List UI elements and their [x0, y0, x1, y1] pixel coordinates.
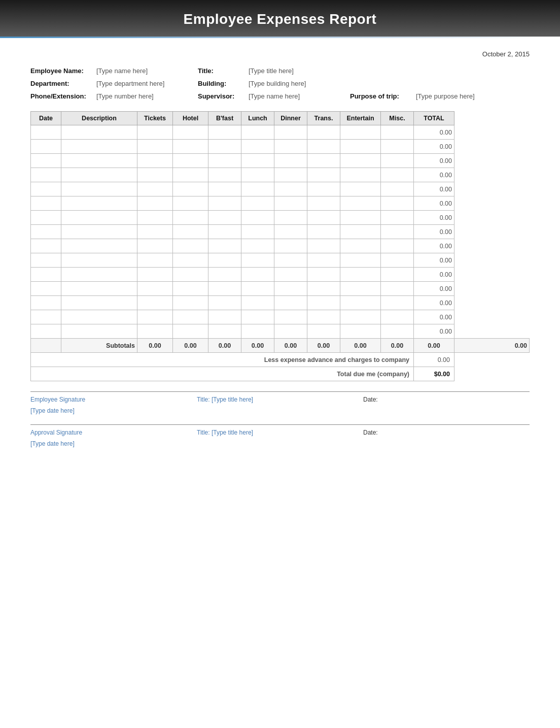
expense-cell[interactable]	[173, 239, 208, 253]
expense-cell[interactable]	[274, 168, 307, 182]
expense-cell[interactable]	[173, 125, 208, 140]
expense-cell[interactable]	[61, 182, 137, 196]
expense-cell[interactable]	[173, 154, 208, 168]
expense-cell[interactable]	[61, 168, 137, 182]
expense-cell[interactable]	[340, 296, 381, 310]
expense-cell[interactable]	[137, 168, 173, 182]
expense-cell[interactable]	[61, 211, 137, 225]
expense-cell[interactable]	[340, 211, 381, 225]
employee-name-value[interactable]: [Type name here]	[96, 67, 198, 75]
employee-sig-date-value[interactable]: [Type date here]	[30, 407, 197, 414]
table-row[interactable]: 0.00	[31, 324, 530, 339]
expense-cell[interactable]	[173, 310, 208, 324]
table-row[interactable]: 0.00	[31, 168, 530, 182]
expense-cell[interactable]	[307, 196, 340, 211]
expense-cell[interactable]	[307, 211, 340, 225]
table-row[interactable]: 0.00	[31, 125, 530, 140]
expense-cell[interactable]	[61, 310, 137, 324]
expense-cell[interactable]	[340, 324, 381, 339]
expense-cell[interactable]	[137, 225, 173, 239]
expense-cell[interactable]	[173, 168, 208, 182]
expense-cell[interactable]	[173, 211, 208, 225]
expense-cell[interactable]	[173, 282, 208, 296]
expense-cell[interactable]	[208, 182, 241, 196]
expense-cell[interactable]	[173, 253, 208, 268]
table-row[interactable]: 0.00	[31, 196, 530, 211]
expense-cell[interactable]	[208, 253, 241, 268]
expense-cell[interactable]	[208, 296, 241, 310]
expense-cell[interactable]	[241, 324, 274, 339]
expense-cell[interactable]	[137, 154, 173, 168]
expense-cell[interactable]	[274, 211, 307, 225]
expense-cell[interactable]	[340, 253, 381, 268]
expense-cell[interactable]	[137, 253, 173, 268]
expense-cell[interactable]	[274, 282, 307, 296]
expense-cell[interactable]	[307, 168, 340, 182]
expense-cell[interactable]	[241, 125, 274, 140]
table-row[interactable]: 0.00	[31, 182, 530, 196]
expense-cell[interactable]	[208, 310, 241, 324]
expense-cell[interactable]	[340, 225, 381, 239]
expense-cell[interactable]	[241, 253, 274, 268]
expense-cell[interactable]	[208, 282, 241, 296]
expense-cell[interactable]	[208, 196, 241, 211]
title-value[interactable]: [Type title here]	[249, 67, 350, 75]
expense-cell[interactable]	[307, 310, 340, 324]
expense-cell[interactable]	[340, 125, 381, 140]
expense-cell[interactable]	[241, 140, 274, 154]
expense-cell[interactable]	[208, 154, 241, 168]
expense-cell[interactable]	[61, 154, 137, 168]
expense-cell[interactable]	[241, 282, 274, 296]
expense-cell[interactable]	[137, 296, 173, 310]
expense-cell[interactable]	[274, 324, 307, 339]
expense-cell[interactable]	[381, 324, 414, 339]
expense-cell[interactable]	[274, 196, 307, 211]
expense-cell[interactable]	[381, 296, 414, 310]
expense-cell[interactable]	[381, 211, 414, 225]
expense-cell[interactable]	[274, 239, 307, 253]
expense-cell[interactable]	[173, 196, 208, 211]
expense-cell[interactable]	[340, 140, 381, 154]
expense-cell[interactable]	[31, 168, 61, 182]
expense-cell[interactable]	[137, 310, 173, 324]
table-row[interactable]: 0.00	[31, 310, 530, 324]
expense-cell[interactable]	[208, 168, 241, 182]
expense-cell[interactable]	[307, 225, 340, 239]
expense-cell[interactable]	[31, 296, 61, 310]
building-value[interactable]: [Type building here]	[249, 80, 350, 87]
expense-cell[interactable]	[274, 296, 307, 310]
expense-cell[interactable]	[381, 125, 414, 140]
expense-cell[interactable]	[340, 239, 381, 253]
table-row[interactable]: 0.00	[31, 140, 530, 154]
expense-cell[interactable]	[208, 140, 241, 154]
expense-cell[interactable]	[307, 239, 340, 253]
expense-cell[interactable]	[241, 296, 274, 310]
expense-cell[interactable]	[61, 225, 137, 239]
expense-cell[interactable]	[241, 225, 274, 239]
expense-cell[interactable]	[381, 310, 414, 324]
approval-sig-title-value[interactable]: [Type title here]	[212, 429, 253, 436]
table-row[interactable]: 0.00	[31, 282, 530, 296]
expense-cell[interactable]	[381, 225, 414, 239]
expense-cell[interactable]	[381, 253, 414, 268]
expense-cell[interactable]	[137, 140, 173, 154]
expense-cell[interactable]	[307, 324, 340, 339]
expense-cell[interactable]	[274, 154, 307, 168]
expense-cell[interactable]	[31, 140, 61, 154]
table-row[interactable]: 0.00	[31, 154, 530, 168]
expense-cell[interactable]	[274, 310, 307, 324]
expense-cell[interactable]	[173, 296, 208, 310]
expense-cell[interactable]	[274, 225, 307, 239]
expense-cell[interactable]	[137, 282, 173, 296]
expense-cell[interactable]	[31, 196, 61, 211]
expense-cell[interactable]	[61, 324, 137, 339]
expense-cell[interactable]	[61, 253, 137, 268]
expense-cell[interactable]	[61, 296, 137, 310]
expense-cell[interactable]	[340, 168, 381, 182]
expense-cell[interactable]	[340, 182, 381, 196]
expense-cell[interactable]	[274, 125, 307, 140]
supervisor-value[interactable]: [Type name here]	[249, 92, 350, 100]
expense-cell[interactable]	[208, 225, 241, 239]
expense-cell[interactable]	[381, 154, 414, 168]
expense-cell[interactable]	[61, 196, 137, 211]
